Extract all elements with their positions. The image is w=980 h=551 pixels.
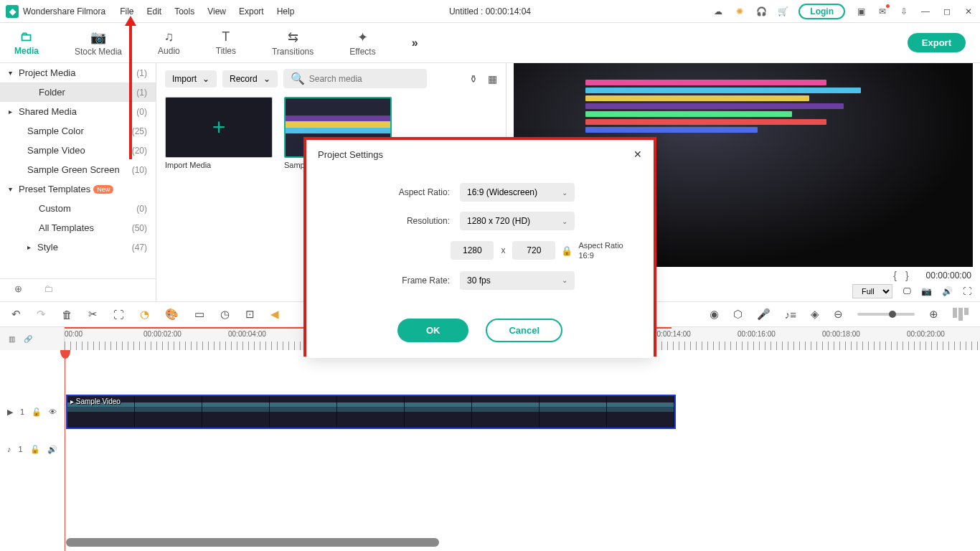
- tab-effects[interactable]: ✦Effects: [349, 29, 375, 57]
- mic-icon[interactable]: 🎤: [757, 308, 771, 321]
- mark-in-out-braces[interactable]: { }: [893, 270, 911, 281]
- sidebar-sample-color[interactable]: Sample Color(25): [0, 121, 156, 141]
- focus-icon[interactable]: ⊡: [245, 308, 255, 321]
- height-input[interactable]: [512, 241, 555, 260]
- search-input[interactable]: [309, 74, 420, 84]
- project-settings-dialog: Project Settings ✕ Aspect Ratio: 16:9 (W…: [306, 140, 654, 358]
- lock-icon[interactable]: 🔓: [32, 408, 42, 417]
- video-track-row[interactable]: ▶1 🔓 👁 Sample Video: [0, 393, 980, 430]
- link-icon[interactable]: 🔗: [24, 335, 32, 343]
- monitor-icon[interactable]: 🖵: [903, 286, 911, 296]
- width-input[interactable]: [451, 241, 494, 260]
- video-clip[interactable]: Sample Video: [66, 395, 676, 429]
- resolution-label: Resolution:: [324, 216, 460, 226]
- sidebar-sample-green-screen[interactable]: Sample Green Screen(10): [0, 160, 156, 179]
- save-icon[interactable]: ▣: [855, 6, 867, 17]
- more-tabs-icon[interactable]: »: [412, 37, 418, 50]
- tab-stock-media[interactable]: 📷Stock Media: [75, 29, 122, 57]
- menu-file[interactable]: File: [120, 6, 133, 17]
- frame-rate-select[interactable]: 30 fps⌄: [460, 271, 575, 290]
- record-dropdown[interactable]: Record⌄: [222, 70, 278, 88]
- timer-icon[interactable]: ◷: [220, 308, 230, 321]
- timeline-settings-icon[interactable]: ▥: [9, 335, 15, 343]
- import-media-tile[interactable]: + Import Media: [165, 97, 273, 169]
- grid-view-icon[interactable]: ▦: [488, 73, 497, 85]
- menu-tools[interactable]: Tools: [174, 6, 194, 17]
- keyframe-icon[interactable]: ◈: [811, 308, 819, 321]
- lock-icon[interactable]: 🔓: [30, 445, 40, 454]
- timeline[interactable]: ▶1 🔓 👁 Sample Video ♪1 🔓 🔊: [0, 350, 980, 551]
- aspect-ratio-select[interactable]: 16:9 (Widescreen)⌄: [460, 183, 575, 202]
- sidebar-preset-templates[interactable]: ▾Preset TemplatesNew: [0, 179, 156, 199]
- close-icon[interactable]: ✕: [633, 149, 642, 160]
- aspect-ratio-readout: Aspect Ratio 16:9: [578, 240, 636, 261]
- fullscreen-icon[interactable]: ⛶: [963, 286, 971, 296]
- close-window-icon[interactable]: ✕: [963, 6, 974, 17]
- module-tabs: 🗀Media 📷Stock Media ♫Audio TTitles ⇆Tran…: [0, 23, 980, 63]
- zoom-out-icon[interactable]: ⊖: [834, 308, 843, 321]
- search-icon: 🔍: [291, 72, 305, 85]
- ok-button[interactable]: OK: [397, 319, 469, 342]
- lock-icon[interactable]: 🔒: [561, 245, 573, 256]
- color-icon[interactable]: 🎨: [165, 308, 179, 321]
- tab-titles[interactable]: TTitles: [216, 29, 236, 56]
- new-folder-icon[interactable]: ⊕: [14, 283, 22, 294]
- cancel-button[interactable]: Cancel: [486, 319, 562, 342]
- speed-icon[interactable]: ◔: [140, 308, 149, 321]
- filter-icon[interactable]: ⚱: [469, 73, 478, 85]
- login-button[interactable]: Login: [798, 4, 845, 19]
- download-icon[interactable]: ⇩: [898, 6, 910, 17]
- quality-select[interactable]: Full: [852, 284, 892, 298]
- resolution-select[interactable]: 1280 x 720 (HD)⌄: [460, 212, 575, 230]
- undo-icon[interactable]: ↶: [11, 308, 21, 321]
- zoom-in-icon[interactable]: ⊕: [929, 308, 938, 321]
- sidebar-folder[interactable]: Folder(1): [0, 83, 156, 102]
- tab-audio[interactable]: ♫Audio: [158, 29, 180, 56]
- menu-help[interactable]: Help: [277, 6, 295, 17]
- crop-icon[interactable]: ⛶: [113, 309, 124, 321]
- snapshot-icon[interactable]: 📷: [921, 286, 932, 296]
- sidebar-sample-video[interactable]: Sample Video(20): [0, 141, 156, 160]
- chevron-down-icon: ⌄: [562, 276, 567, 284]
- playhead-line: [65, 350, 65, 551]
- audio-mixer-icon[interactable]: [953, 308, 969, 321]
- folder-icon[interactable]: 🗀: [44, 283, 53, 294]
- maximize-icon[interactable]: ◻: [941, 6, 953, 17]
- speaker-icon[interactable]: 🔊: [47, 445, 57, 454]
- menu-export[interactable]: Export: [239, 6, 264, 17]
- music-note-icon: ♫: [164, 29, 174, 44]
- import-dropdown[interactable]: Import⌄: [165, 70, 217, 88]
- minimize-icon[interactable]: —: [920, 6, 931, 17]
- redo-icon[interactable]: ↷: [37, 308, 46, 321]
- menu-edit[interactable]: Edit: [147, 6, 162, 17]
- tab-media[interactable]: 🗀Media: [14, 29, 39, 56]
- zoom-slider[interactable]: [857, 313, 915, 316]
- green-screen-icon[interactable]: ▭: [194, 308, 204, 321]
- horizontal-scrollbar[interactable]: [66, 538, 439, 547]
- eye-icon[interactable]: 👁: [49, 408, 57, 416]
- export-button[interactable]: Export: [908, 33, 966, 52]
- chevron-down-icon: ⌄: [202, 74, 209, 84]
- tips-icon[interactable]: ✺: [734, 6, 745, 17]
- cut-icon[interactable]: ✂: [88, 308, 98, 321]
- volume-icon[interactable]: 🔊: [942, 286, 953, 296]
- audio-track-row[interactable]: ♪1 🔓 🔊: [0, 430, 980, 468]
- sidebar-project-media[interactable]: ▾Project Media(1): [0, 63, 156, 83]
- delete-icon[interactable]: 🗑: [62, 309, 72, 321]
- cart-icon[interactable]: 🛒: [777, 6, 788, 17]
- sidebar-style[interactable]: ▸Style(47): [0, 237, 156, 257]
- sidebar-custom[interactable]: Custom(0): [0, 199, 156, 218]
- marker-icon[interactable]: ⬡: [733, 308, 743, 321]
- sidebar-shared-media[interactable]: ▸Shared Media(0): [0, 102, 156, 121]
- sidebar-all-templates[interactable]: All Templates(50): [0, 218, 156, 237]
- headset-icon[interactable]: 🎧: [755, 6, 767, 17]
- search-media-field[interactable]: 🔍: [283, 69, 427, 88]
- tab-transitions[interactable]: ⇆Transitions: [272, 29, 314, 57]
- adjust-icon[interactable]: ◉: [710, 308, 719, 321]
- edit-point-icon[interactable]: ◀: [270, 308, 279, 321]
- message-icon[interactable]: ✉: [877, 6, 888, 17]
- audio-sync-icon[interactable]: ♪≡: [785, 309, 796, 321]
- cloud-icon[interactable]: ☁: [712, 6, 724, 17]
- dialog-title: Project Settings: [318, 149, 383, 160]
- menu-view[interactable]: View: [207, 6, 226, 17]
